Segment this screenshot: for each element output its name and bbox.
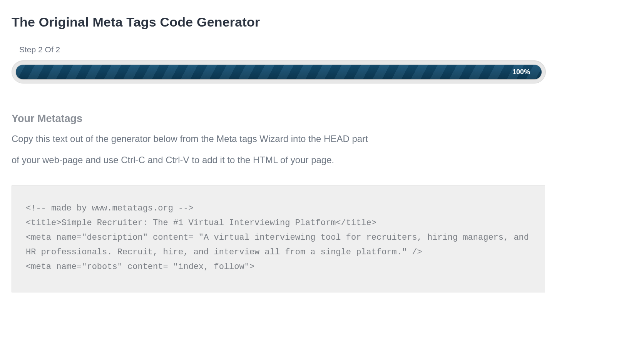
instruction-text: Copy this text out of the generator belo… xyxy=(12,132,396,167)
progress-percent: 100% xyxy=(512,68,530,76)
section-heading: Your Metatags xyxy=(12,113,627,125)
progress-bar-track: 100% xyxy=(12,60,546,83)
instruction-line-2: of your web-page and use Ctrl-C and Ctrl… xyxy=(12,153,396,167)
instruction-line-1: Copy this text out of the generator belo… xyxy=(12,132,396,146)
page-title: The Original Meta Tags Code Generator xyxy=(12,15,627,30)
generated-code-output[interactable]: <!-- made by www.metatags.org --> <title… xyxy=(12,185,545,292)
progress-bar-fill: 100% xyxy=(16,65,542,79)
step-indicator: Step 2 Of 2 xyxy=(19,45,627,54)
